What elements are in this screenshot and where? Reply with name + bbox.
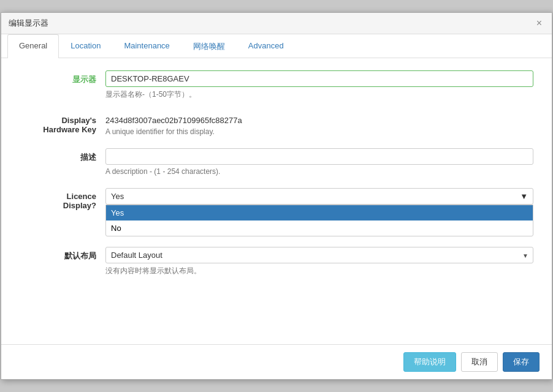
dialog-title: 编辑显示器	[9, 18, 48, 29]
save-button[interactable]: 保存	[503, 352, 540, 372]
close-button[interactable]: ×	[534, 18, 544, 28]
hardware-key-group: Display's Hardware Key 2434d8f3007aec02b…	[20, 112, 533, 136]
tab-bar: General Location Maintenance 网络唤醒 Advanc…	[1, 34, 552, 58]
dialog-footer: 帮助说明 取消 保存	[1, 344, 552, 379]
tab-location[interactable]: Location	[59, 34, 112, 58]
display-name-help: 显示器名称-（1-50字节）。	[105, 89, 533, 100]
licence-wrap: Yes ▼ Yes No	[105, 188, 533, 205]
hardware-key-desc: A unique identifier for this display.	[105, 127, 533, 136]
display-name-wrap: 显示器名称-（1-50字节）。	[105, 70, 533, 100]
default-layout-group: 默认布局 Default Layout ▼ 没有内容时将显示默认布局。	[20, 247, 533, 276]
licence-label: Licence Display?	[20, 188, 105, 210]
default-layout-label: 默认布局	[20, 247, 105, 262]
description-input[interactable]	[105, 148, 533, 165]
description-group: 描述 A description - (1 - 254 characters).	[20, 148, 533, 176]
hardware-key-value: 2434d8f3007aec02b7109965fc88277a	[105, 112, 533, 125]
licence-selected-value: Yes	[111, 192, 124, 201]
licence-dropdown-trigger[interactable]: Yes ▼	[105, 188, 533, 205]
default-layout-help: 没有内容时将显示默认布局。	[105, 266, 533, 276]
licence-dropdown-container: Yes ▼ Yes No	[105, 188, 533, 205]
licence-group: Licence Display? Yes ▼ Yes No	[20, 188, 533, 210]
display-name-label: 显示器	[20, 70, 105, 85]
default-layout-select-wrap: Default Layout ▼	[105, 247, 533, 263]
dialog-body: 显示器 显示器名称-（1-50字节）。 Display's Hardware K…	[1, 58, 552, 344]
tab-general[interactable]: General	[7, 34, 59, 58]
dialog-titlebar: 编辑显示器 ×	[1, 13, 552, 34]
default-layout-select[interactable]: Default Layout	[105, 247, 533, 263]
help-button[interactable]: 帮助说明	[403, 352, 456, 372]
cancel-button[interactable]: 取消	[461, 352, 498, 372]
description-label: 描述	[20, 148, 105, 163]
tab-maintenance[interactable]: Maintenance	[112, 34, 181, 58]
licence-dropdown-list: Yes No	[105, 205, 533, 236]
edit-display-dialog: 编辑显示器 × General Location Maintenance 网络唤…	[1, 12, 552, 380]
licence-option-no[interactable]: No	[106, 221, 533, 236]
display-name-input[interactable]	[105, 70, 533, 87]
default-layout-wrap: Default Layout ▼ 没有内容时将显示默认布局。	[105, 247, 533, 276]
licence-option-yes[interactable]: Yes	[106, 205, 533, 221]
hardware-key-wrap: 2434d8f3007aec02b7109965fc88277a A uniqu…	[105, 112, 533, 136]
description-wrap: A description - (1 - 254 characters).	[105, 148, 533, 176]
licence-dropdown-arrow: ▼	[520, 192, 528, 201]
tab-wake[interactable]: 网络唤醒	[181, 34, 237, 58]
display-name-group: 显示器 显示器名称-（1-50字节）。	[20, 70, 533, 100]
hardware-key-label: Display's Hardware Key	[20, 112, 105, 134]
tab-advanced[interactable]: Advanced	[237, 34, 296, 58]
description-help: A description - (1 - 254 characters).	[105, 167, 533, 176]
